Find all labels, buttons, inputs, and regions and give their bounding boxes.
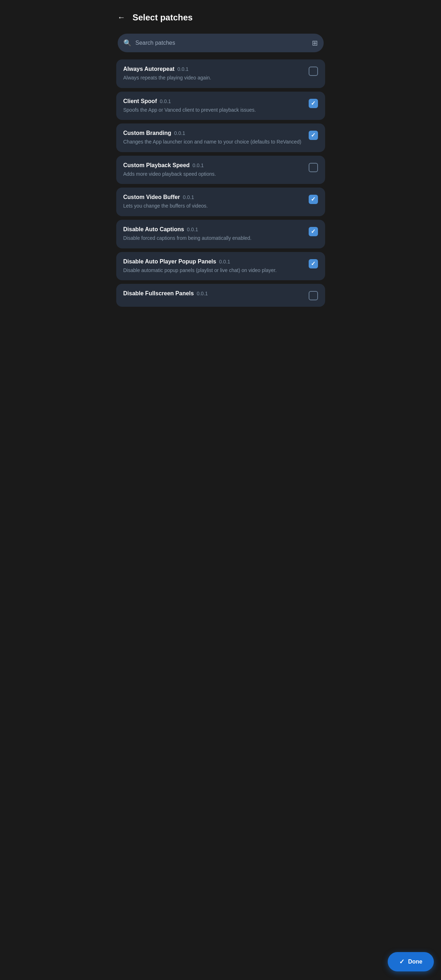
- patch-description: Disable automatic popup panels (playlist…: [124, 267, 305, 274]
- patch-title-row: Client Spoof0.0.1: [124, 98, 305, 105]
- checkbox-container: [309, 291, 318, 300]
- checkmark-icon: ✓: [311, 261, 316, 267]
- back-icon: ←: [118, 13, 125, 22]
- checkbox-container: ✓: [309, 99, 318, 108]
- patch-info: Disable Auto Captions0.0.1Disable forced…: [124, 226, 305, 242]
- checkbox-container: ✓: [309, 195, 318, 204]
- search-icon: 🔍: [124, 39, 131, 47]
- patch-title-row: Disable Auto Player Popup Panels0.0.1: [124, 258, 305, 265]
- patch-item[interactable]: Disable Auto Player Popup Panels0.0.1Dis…: [116, 252, 325, 281]
- patch-checkbox[interactable]: ✓: [309, 227, 318, 236]
- patch-name: Custom Video Buffer: [124, 194, 180, 200]
- patch-title-row: Disable Auto Captions0.0.1: [124, 226, 305, 233]
- patch-info: Always Autorepeat0.0.1Always repeats the…: [124, 66, 305, 82]
- checkmark-icon: ✓: [311, 100, 316, 106]
- patch-name: Disable Auto Captions: [124, 226, 184, 233]
- patch-name: Disable Auto Player Popup Panels: [124, 258, 216, 265]
- patches-list: Always Autorepeat0.0.1Always repeats the…: [111, 59, 331, 307]
- patch-version: 0.0.1: [183, 194, 194, 200]
- patch-version: 0.0.1: [187, 227, 198, 232]
- patch-checkbox[interactable]: [309, 291, 318, 300]
- checkbox-container: ✓: [309, 130, 318, 140]
- back-button[interactable]: ←: [116, 11, 127, 24]
- grid-icon[interactable]: ⊞: [312, 39, 318, 47]
- patch-name: Disable Fullscreen Panels: [124, 290, 194, 297]
- checkbox-container: [309, 163, 318, 172]
- patch-name: Custom Branding: [124, 130, 171, 136]
- checkmark-icon: ✓: [311, 229, 316, 234]
- patch-title-row: Custom Video Buffer0.0.1: [124, 194, 305, 200]
- checkmark-icon: ✓: [311, 197, 316, 202]
- patch-description: Lets you change the buffers of videos.: [124, 203, 305, 210]
- search-input[interactable]: [136, 40, 308, 46]
- patch-version: 0.0.1: [197, 291, 208, 296]
- patch-info: Custom Playback Speed0.0.1Adds more vide…: [124, 162, 305, 178]
- checkbox-container: [309, 67, 318, 76]
- patch-version: 0.0.1: [219, 259, 230, 264]
- patch-title-row: Custom Branding0.0.1: [124, 130, 305, 136]
- checkmark-icon: ✓: [311, 132, 316, 138]
- patch-item[interactable]: Client Spoof0.0.1Spoofs the App or Vance…: [116, 92, 325, 120]
- patch-name: Custom Playback Speed: [124, 162, 190, 169]
- patch-info: Disable Auto Player Popup Panels0.0.1Dis…: [124, 258, 305, 274]
- patch-info: Custom Video Buffer0.0.1Lets you change …: [124, 194, 305, 210]
- patch-description: Changes the App launcher icon and name t…: [124, 138, 305, 146]
- patch-name: Always Autorepeat: [124, 66, 174, 72]
- patch-version: 0.0.1: [178, 66, 189, 72]
- patch-description: Spoofs the App or Vanced client to preve…: [124, 107, 305, 114]
- patch-item[interactable]: Custom Video Buffer0.0.1Lets you change …: [116, 188, 325, 216]
- checkbox-container: ✓: [309, 227, 318, 236]
- patch-info: Custom Branding0.0.1Changes the App laun…: [124, 130, 305, 146]
- patch-checkbox[interactable]: ✓: [309, 99, 318, 108]
- patch-info: Client Spoof0.0.1Spoofs the App or Vance…: [124, 98, 305, 114]
- patch-checkbox[interactable]: ✓: [309, 259, 318, 269]
- patch-version: 0.0.1: [160, 99, 171, 104]
- patch-checkbox[interactable]: ✓: [309, 130, 318, 140]
- patch-title-row: Always Autorepeat0.0.1: [124, 66, 305, 72]
- patch-version: 0.0.1: [192, 162, 203, 168]
- patch-item[interactable]: Always Autorepeat0.0.1Always repeats the…: [116, 59, 325, 88]
- header: ← Select patches: [111, 0, 331, 31]
- page-title: Select patches: [133, 13, 193, 22]
- patch-description: Always repeats the playing video again.: [124, 75, 305, 82]
- patch-description: Disable forced captions from being autom…: [124, 235, 305, 242]
- patch-item[interactable]: Custom Branding0.0.1Changes the App laun…: [116, 124, 325, 152]
- patch-item[interactable]: Disable Fullscreen Panels0.0.1: [116, 284, 325, 307]
- patch-title-row: Disable Fullscreen Panels0.0.1: [124, 290, 305, 297]
- patch-item[interactable]: Custom Playback Speed0.0.1Adds more vide…: [116, 156, 325, 185]
- patch-checkbox[interactable]: ✓: [309, 195, 318, 204]
- patch-title-row: Custom Playback Speed0.0.1: [124, 162, 305, 169]
- search-container: 🔍 ⊞: [111, 31, 331, 59]
- patch-version: 0.0.1: [174, 130, 185, 136]
- patch-name: Client Spoof: [124, 98, 157, 105]
- checkbox-container: ✓: [309, 259, 318, 269]
- patch-checkbox[interactable]: [309, 67, 318, 76]
- patch-checkbox[interactable]: [309, 163, 318, 172]
- patch-item[interactable]: Disable Auto Captions0.0.1Disable forced…: [116, 220, 325, 248]
- patch-description: Adds more video playback speed options.: [124, 171, 305, 178]
- patch-info: Disable Fullscreen Panels0.0.1: [124, 290, 305, 299]
- search-bar: 🔍 ⊞: [118, 33, 324, 52]
